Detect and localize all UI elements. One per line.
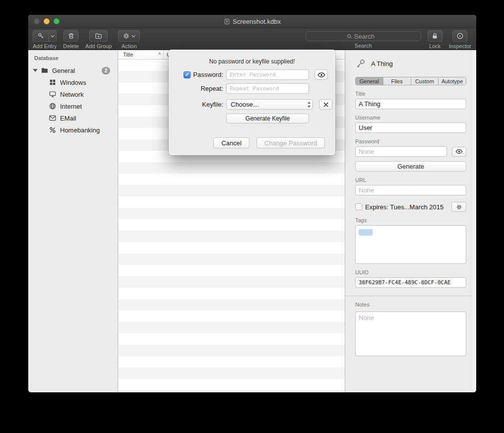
tags-label: Tags bbox=[355, 217, 466, 223]
group-count-badge: 2 bbox=[102, 67, 110, 74]
column-header-title[interactable]: Title ^ bbox=[119, 50, 164, 59]
add-group-button[interactable] bbox=[89, 30, 108, 42]
lock-icon bbox=[431, 32, 439, 40]
expires-settings-button[interactable] bbox=[451, 202, 466, 212]
keyfile-popup[interactable]: Choose… bbox=[226, 99, 313, 110]
change-password-dialog: No password or keyfile supplied! ✓ Passw… bbox=[169, 50, 335, 155]
keyfile-popup-value: Choose… bbox=[231, 101, 259, 108]
chevron-down-icon bbox=[131, 35, 135, 38]
password-label: Password bbox=[355, 138, 466, 144]
search-icon bbox=[347, 34, 352, 39]
sidebar-item-label: Network bbox=[60, 91, 84, 98]
dialog-repeat-input[interactable] bbox=[226, 83, 309, 94]
window-title: Screenshot.kdbx bbox=[233, 18, 281, 25]
lock-button[interactable] bbox=[428, 30, 442, 42]
close-button[interactable] bbox=[34, 18, 40, 24]
add-group-group: Add Group bbox=[85, 30, 112, 49]
sidebar-item-homebanking[interactable]: Homebanking bbox=[28, 124, 118, 136]
sidebar-item-label: Internet bbox=[60, 103, 82, 110]
title-field[interactable] bbox=[355, 99, 466, 109]
password-field[interactable] bbox=[355, 146, 447, 157]
minimize-button[interactable] bbox=[44, 18, 50, 24]
macpass-window: Screenshot.kdbx Add Entry Delete bbox=[28, 15, 476, 392]
sidebar: Database General 2 Windows Network bbox=[28, 50, 118, 392]
info-icon bbox=[456, 32, 464, 40]
change-password-button[interactable]: Change Password bbox=[256, 137, 325, 148]
url-field[interactable] bbox=[355, 185, 466, 195]
document-icon bbox=[224, 18, 230, 25]
dialog-repeat-label: Repeat: bbox=[200, 85, 223, 92]
search-field[interactable] bbox=[306, 31, 421, 41]
eye-icon bbox=[455, 149, 463, 154]
expires-row: Expires: Tues...March 2015 bbox=[355, 202, 466, 212]
username-field[interactable] bbox=[355, 123, 466, 133]
gear-icon bbox=[123, 32, 130, 40]
add-entry-button[interactable] bbox=[33, 30, 49, 42]
delete-group: Delete bbox=[63, 30, 79, 49]
add-group-label: Add Group bbox=[85, 43, 112, 49]
dialog-keyfile-row: Keyfile: Choose… bbox=[169, 99, 335, 110]
search-input[interactable] bbox=[354, 33, 380, 40]
action-label: Action bbox=[122, 43, 137, 49]
sidebar-item-windows[interactable]: Windows bbox=[28, 76, 118, 88]
dialog-repeat-row: Repeat: bbox=[169, 83, 335, 94]
tags-box[interactable] bbox=[355, 225, 466, 264]
column-title-label: Title bbox=[123, 52, 133, 58]
password-checkbox[interactable]: ✓ bbox=[184, 71, 190, 78]
delete-label: Delete bbox=[63, 43, 79, 49]
tab-autotype[interactable]: Autotype bbox=[439, 77, 466, 85]
traffic-lights bbox=[34, 15, 60, 28]
folder-icon bbox=[41, 66, 49, 74]
network-icon bbox=[49, 90, 57, 98]
url-label: URL bbox=[355, 177, 466, 183]
tab-custom[interactable]: Custom bbox=[411, 77, 439, 85]
inspector-panel: A Thing General Files Custom Autotype Ti… bbox=[345, 50, 476, 392]
dialog-password-input[interactable] bbox=[226, 69, 309, 80]
sidebar-item-internet[interactable]: Internet bbox=[28, 100, 118, 112]
notes-field[interactable] bbox=[355, 311, 466, 356]
folder-plus-icon bbox=[95, 32, 102, 40]
zoom-button[interactable] bbox=[54, 18, 60, 24]
inspector-divider bbox=[345, 296, 476, 296]
tag-pill[interactable] bbox=[359, 229, 373, 236]
entry-title: A Thing bbox=[371, 60, 393, 67]
tab-general[interactable]: General bbox=[356, 77, 383, 85]
cancel-button[interactable]: Cancel bbox=[213, 137, 249, 148]
disclosure-triangle-icon[interactable] bbox=[33, 69, 38, 72]
generate-password-button[interactable]: Generate bbox=[355, 161, 466, 172]
clear-keyfile-button[interactable] bbox=[319, 99, 332, 110]
sidebar-item-network[interactable]: Network bbox=[28, 88, 118, 100]
reveal-password-button[interactable] bbox=[452, 147, 466, 157]
delete-button[interactable] bbox=[63, 30, 78, 42]
close-x-icon bbox=[323, 102, 328, 107]
tab-files[interactable]: Files bbox=[383, 77, 411, 85]
sidebar-item-general[interactable]: General 2 bbox=[28, 64, 118, 76]
sidebar-item-email[interactable]: EMail bbox=[28, 112, 118, 124]
eye-icon bbox=[317, 72, 325, 78]
globe-icon bbox=[49, 102, 57, 110]
lock-label: Lock bbox=[429, 43, 441, 49]
inspector-group: Inspector bbox=[449, 30, 471, 49]
inspector-button[interactable] bbox=[452, 30, 467, 42]
generate-keyfile-button[interactable]: Generate Keyfile bbox=[226, 114, 309, 124]
uuid-field[interactable] bbox=[355, 277, 466, 288]
inspector-label: Inspector bbox=[449, 43, 471, 49]
dialog-reveal-password-button[interactable] bbox=[315, 69, 328, 80]
inspector-tabs: General Files Custom Autotype bbox=[355, 77, 466, 85]
gear-icon bbox=[456, 204, 462, 210]
titlebar: Screenshot.kdbx bbox=[28, 15, 476, 28]
add-entry-dropdown[interactable] bbox=[49, 30, 57, 42]
dialog-keyfile-label: Keyfile: bbox=[202, 101, 223, 108]
chevron-down-icon bbox=[51, 35, 55, 38]
dialog-actions: Cancel Change Password bbox=[213, 137, 325, 148]
expires-checkbox[interactable] bbox=[355, 203, 362, 210]
action-button[interactable] bbox=[118, 30, 140, 42]
uuid-label: UUID bbox=[355, 269, 466, 275]
key-icon bbox=[355, 59, 366, 69]
add-entry-label: Add Entry bbox=[33, 43, 57, 49]
entry-header: A Thing bbox=[355, 57, 466, 70]
dialog-message: No password or keyfile supplied! bbox=[169, 58, 335, 65]
inspector-scrollbar[interactable] bbox=[472, 50, 476, 392]
toolbar: Add Entry Delete Add Group Action bbox=[28, 28, 476, 50]
expires-label: Expires: Tues...March 2015 bbox=[365, 203, 443, 211]
